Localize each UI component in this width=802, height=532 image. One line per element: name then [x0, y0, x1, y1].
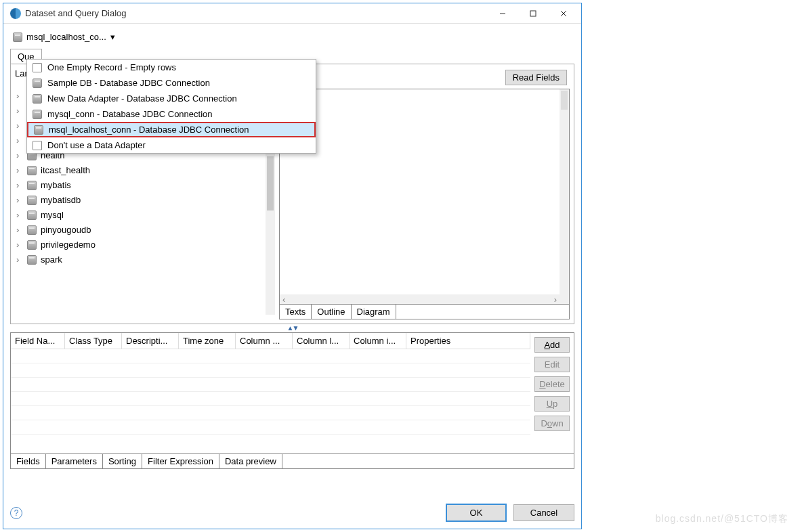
table-row[interactable]: [11, 392, 530, 406]
expand-icon[interactable]: ›: [16, 106, 23, 116]
col-column-index[interactable]: Column i...: [350, 333, 406, 349]
expand-icon[interactable]: ›: [16, 254, 23, 265]
expand-icon[interactable]: ›: [16, 210, 23, 220]
table-row[interactable]: [11, 420, 530, 435]
tree-item[interactable]: ›itcast_health: [14, 163, 275, 178]
database-icon: [13, 32, 22, 42]
tab-outline[interactable]: Outline: [312, 305, 351, 319]
menu-item-empty-record[interactable]: One Empty Record - Empty rows: [27, 60, 316, 75]
col-class-type[interactable]: Class Type: [65, 333, 122, 349]
tab-diagram[interactable]: Diagram: [352, 305, 396, 319]
adapter-dropdown-label: msql_localhost_co...: [26, 32, 106, 42]
close-button[interactable]: [548, 4, 578, 23]
maximize-button[interactable]: [518, 4, 548, 23]
expand-icon[interactable]: ›: [16, 120, 23, 131]
read-fields-button[interactable]: Read Fields: [505, 70, 567, 85]
ok-button[interactable]: OK: [446, 504, 507, 522]
expand-icon[interactable]: ›: [16, 165, 23, 175]
expand-icon[interactable]: ›: [16, 195, 23, 205]
tree-item[interactable]: ›mybatis: [14, 178, 275, 193]
tab-data-preview[interactable]: Data preview: [219, 454, 282, 468]
database-icon: [27, 240, 37, 250]
database-icon: [27, 166, 37, 175]
edit-button[interactable]: Edit: [534, 357, 570, 372]
document-icon: [33, 141, 42, 150]
table-row[interactable]: [11, 349, 530, 363]
col-field-name[interactable]: Field Na...: [11, 333, 65, 349]
col-column-name[interactable]: Column ...: [236, 333, 293, 349]
menu-item-no-adapter[interactable]: Don't use a Data Adapter: [27, 137, 316, 153]
chevron-down-icon: ▾: [110, 32, 115, 42]
fields-area: Field Na... Class Type Descripti... Time…: [10, 332, 574, 454]
tree-item[interactable]: ›privilegedemo: [14, 238, 275, 252]
tab-sorting[interactable]: Sorting: [103, 454, 142, 468]
expand-icon[interactable]: ›: [16, 180, 23, 190]
adapter-dropdown-menu: One Empty Record - Empty rows Sample DB …: [26, 59, 316, 154]
fields-button-bar: Add Edit Delete Up Down: [530, 333, 574, 453]
window-title: Dataset and Query Dialog: [25, 8, 487, 18]
database-icon: [34, 125, 43, 135]
watermark: blog.csdn.net/@51CTO博客: [656, 513, 788, 525]
tree-item[interactable]: ›mybatisdb: [14, 193, 275, 208]
document-icon: [33, 63, 42, 72]
svg-rect-1: [530, 11, 536, 16]
down-button[interactable]: Down: [534, 416, 570, 431]
fields-table[interactable]: Field Na... Class Type Descripti... Time…: [11, 333, 530, 453]
menu-item-msql-localhost-conn[interactable]: msql_localhost_conn - Database JDBC Conn…: [27, 122, 316, 137]
add-button[interactable]: Add: [534, 337, 570, 353]
col-column-label[interactable]: Column l...: [293, 333, 350, 349]
adapter-dropdown[interactable]: msql_localhost_co... ▾: [10, 30, 118, 43]
up-button[interactable]: Up: [534, 396, 570, 412]
col-properties[interactable]: Properties: [406, 333, 530, 349]
col-description[interactable]: Descripti...: [122, 333, 179, 349]
database-icon: [27, 255, 37, 265]
editor-vscroll[interactable]: [560, 89, 569, 294]
dialog-window: Dataset and Query Dialog msql_localhost_…: [3, 3, 582, 529]
database-icon: [27, 210, 37, 220]
database-icon: [33, 110, 42, 119]
tab-texts[interactable]: Texts: [280, 305, 312, 319]
expand-icon[interactable]: ›: [16, 135, 23, 146]
editor-tabs: Texts Outline Diagram: [279, 305, 570, 319]
adapter-toolbar: msql_localhost_co... ▾: [3, 24, 581, 48]
cancel-button[interactable]: Cancel: [513, 504, 574, 521]
dialog-footer: ? OK Cancel: [10, 504, 574, 522]
delete-button[interactable]: Delete: [534, 376, 570, 392]
database-icon: [27, 225, 37, 235]
tree-item[interactable]: ›mysql: [14, 208, 275, 223]
table-row[interactable]: [11, 406, 530, 420]
expand-icon[interactable]: ›: [16, 225, 23, 235]
expand-icon[interactable]: ›: [16, 150, 23, 160]
menu-item-sample-db[interactable]: Sample DB - Database JDBC Connection: [27, 75, 316, 91]
tab-parameters[interactable]: Parameters: [46, 454, 103, 468]
help-icon[interactable]: ?: [10, 507, 22, 519]
split-handle-icon[interactable]: ▲▼: [10, 324, 574, 331]
tree-item[interactable]: ›spark: [14, 252, 275, 267]
database-icon: [33, 94, 42, 104]
expand-icon[interactable]: ›: [16, 91, 23, 101]
table-row[interactable]: [11, 378, 530, 392]
tab-fields[interactable]: Fields: [11, 454, 46, 468]
database-icon: [33, 79, 42, 88]
titlebar: Dataset and Query Dialog: [3, 3, 581, 24]
table-row[interactable]: [11, 363, 530, 378]
minimize-button[interactable]: [487, 4, 518, 23]
menu-item-new-data-adapter[interactable]: New Data Adapter - Database JDBC Connect…: [27, 91, 316, 106]
bottom-tabs: Fields Parameters Sorting Filter Express…: [10, 454, 574, 469]
col-time-zone[interactable]: Time zone: [179, 333, 236, 349]
database-icon: [27, 196, 37, 205]
menu-item-mysql-conn[interactable]: mysql_conn - Database JDBC Connection: [27, 106, 316, 122]
database-icon: [27, 181, 37, 190]
query-editor[interactable]: ‹›: [279, 89, 570, 305]
editor-panel: ‹› Texts Outline Diagram: [279, 89, 570, 319]
editor-hscroll[interactable]: ‹›: [280, 294, 569, 304]
tab-filter-expression[interactable]: Filter Expression: [142, 454, 219, 468]
app-icon: [10, 8, 21, 19]
expand-icon[interactable]: ›: [16, 240, 23, 250]
tree-item[interactable]: ›pinyougoudb: [14, 223, 275, 238]
